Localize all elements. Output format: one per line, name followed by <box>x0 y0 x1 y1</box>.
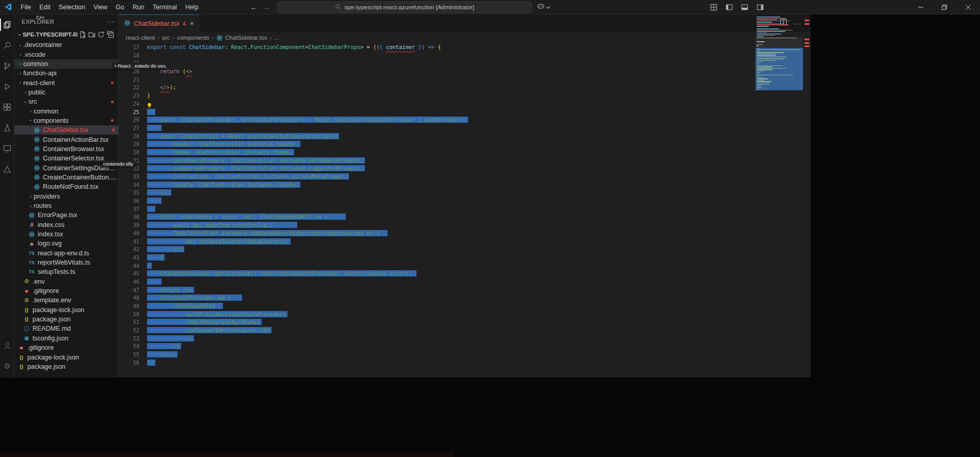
customize-layout-icon[interactable] <box>708 2 719 13</box>
close-button[interactable] <box>956 0 980 14</box>
code-line[interactable]: 17export const ChatSidebar: React.Functi… <box>119 43 753 52</box>
menu-run[interactable]: Run <box>128 0 149 14</box>
code-line[interactable]: 50············authProvider={chatAuthProv… <box>119 311 753 319</box>
activitybar-accounts-icon[interactable] <box>0 335 14 356</box>
tree-file--gitignore[interactable]: ◆.gitignore <box>14 343 118 352</box>
tree-folder-providers[interactable]: ›providers <box>14 192 118 201</box>
tree-file-package-json[interactable]: {}package.json <box>14 315 118 324</box>
code-line[interactable]: 23} <box>119 92 753 100</box>
tree-file-containerbrowser-tsx[interactable]: ContainerBrowser.tsx <box>14 144 118 154</box>
tree-folder-routes[interactable]: ›routes <box>14 201 118 210</box>
code-line[interactable]: 29········header: ChatController.instanc… <box>119 140 753 149</box>
minimap[interactable] <box>756 14 803 350</box>
tree-file-logo-svg[interactable]: ◈logo.svg <box>14 239 118 248</box>
code-line[interactable]: 28····const [chatConfig] = React.useStat… <box>119 133 753 141</box>
breadcrumb-item[interactable]: ChatSidebar.tsx <box>216 35 267 41</box>
tree-folder-common[interactable]: ›common <box>14 59 118 69</box>
tree-file-package-lock-json[interactable]: {}package-lock.json <box>14 352 118 362</box>
code-line[interactable]: 53············/> <box>119 335 753 343</box>
overview-ruler[interactable] <box>803 14 811 378</box>
toggle-panel-icon[interactable] <box>739 2 750 13</box>
tree-file-react-app-env-d-ts[interactable]: TSreact-app-env.d.ts <box>14 249 118 258</box>
tree-folder-public[interactable]: ›public <box>14 88 118 97</box>
code-line[interactable]: 37·· <box>119 205 753 214</box>
tab-chatsidebar[interactable]: ChatSidebar.tsx 4 × <box>119 14 199 32</box>
code-line[interactable]: 46···· <box>119 278 753 286</box>
close-icon[interactable]: × <box>190 20 194 27</box>
back-arrow-icon[interactable]: ← <box>250 3 258 11</box>
menu-view[interactable]: View <box>89 0 111 14</box>
code-line[interactable]: 36···· <box>119 197 753 205</box>
new-folder-icon[interactable] <box>87 30 97 39</box>
menu-file[interactable]: File <box>17 0 35 14</box>
code-line[interactable]: 52············containerId={container.id} <box>119 327 753 335</box>
more-actions-icon[interactable]: ··· <box>106 18 114 25</box>
breadcrumb-item[interactable]: src <box>162 35 170 41</box>
code-line[interactable]: 40········ChatController.instance.addDat… <box>119 230 753 238</box>
menu-selection[interactable]: Selection <box>55 0 89 14</box>
tree-folder--vscode[interactable]: ›.vscode <box>14 50 118 59</box>
code-line[interactable]: 30········theme: ChatController.instance… <box>119 149 753 157</box>
tree-file-routenotfound-tsx[interactable]: RouteNotFound.tsx <box>14 182 118 191</box>
tree-folder-function-api[interactable]: ›function-api <box>14 69 118 78</box>
toggle-sidebar-icon[interactable] <box>724 2 735 13</box>
workspace-section-header[interactable]: › SPE-TYPESCRIPT-REAC... <box>14 29 118 40</box>
tree-file-tsconfig-json[interactable]: ▣tsconfig.json <box>14 334 118 343</box>
activitybar-settings-icon[interactable]: ⚙ <box>0 356 14 377</box>
code-line[interactable]: 41············api.setDataSources(dataSou… <box>119 238 753 246</box>
copilot-menu[interactable] <box>537 2 551 12</box>
tree-file--template-env[interactable]: ⚙.template.env <box>14 296 118 305</box>
minimap-viewport[interactable] <box>756 38 803 90</box>
activitybar-extensions-icon[interactable] <box>0 97 14 118</box>
code-line[interactable]: 26····const [chatAuthProvider, setChatAu… <box>119 116 753 124</box>
tree-file-package-lock-json[interactable]: {}package-lock.json <box>14 305 118 315</box>
code-line[interactable]: 48····{chatAuthProvider && ( <box>119 294 753 302</box>
activitybar-search-icon[interactable] <box>0 35 14 56</box>
code-line[interactable]: 34········locale: ChatController.instanc… <box>119 181 753 189</box>
code-line[interactable]: 54········)} <box>119 342 753 351</box>
code-line[interactable]: 35····}); <box>119 189 753 197</box>
activitybar-explorer-icon[interactable] <box>0 14 14 35</box>
menu-go[interactable]: Go <box>111 0 128 14</box>
code-line[interactable]: 45····ChatAuthProvider.getInstance().the… <box>119 270 753 278</box>
code-line[interactable]: 24 <box>119 100 753 108</box>
tree-folder--devcontainer[interactable]: ›.devcontainer <box>14 40 118 50</box>
tree-file--gitignore[interactable]: ◆.gitignore <box>14 286 118 296</box>
code-line[interactable]: 33········instruction: ChatController.in… <box>119 173 753 181</box>
toggle-secondary-sidebar-icon[interactable] <box>754 2 766 13</box>
code-area[interactable]: 17export const ChatSidebar: React.Functi… <box>119 43 753 367</box>
tree-folder-src[interactable]: ›src <box>14 97 118 106</box>
refresh-icon[interactable] <box>97 30 106 39</box>
collapse-all-icon[interactable] <box>106 30 115 39</box>
activitybar-source-control-icon[interactable] <box>0 56 14 76</box>
code-line[interactable]: 43····} <box>119 254 753 262</box>
tree-folder-components[interactable]: ›components <box>14 116 118 125</box>
code-line[interactable]: 55····</>); <box>119 351 753 359</box>
code-line[interactable]: 19 <box>119 59 753 68</box>
tree-file--env[interactable]: ⚙.env <box>14 277 118 286</box>
breadcrumb-item[interactable]: components <box>177 35 210 41</box>
forward-arrow-icon[interactable]: → <box>263 3 270 11</box>
activitybar-remote-icon[interactable] <box>0 138 14 159</box>
code-line[interactable]: 21 <box>119 76 753 84</box>
tree-file-index-tsx[interactable]: index.tsx <box>14 230 118 239</box>
tree-folder-react-client[interactable]: ›react-client <box>14 78 118 87</box>
new-file-icon[interactable] <box>78 30 87 39</box>
code-line[interactable]: 38····const onApiReady = async (api: Cha… <box>119 213 753 221</box>
code-line[interactable]: 39········await api.openChat(chatConfig)… <box>119 221 753 230</box>
code-line[interactable]: 22 </>); <box>119 84 753 92</box>
breadcrumb-item[interactable]: ... <box>274 35 279 41</box>
tree-file-package-json[interactable]: {}package.json <box>14 362 118 371</box>
code-line[interactable]: 20 return (<> <box>119 68 753 76</box>
tree-folder-common[interactable]: ›common <box>14 106 118 116</box>
activitybar-testing-icon[interactable] <box>0 118 14 138</box>
tree-file-setuptests-ts[interactable]: TSsetupTests.ts <box>14 267 118 276</box>
tree-file-createcontainerbutton-tsx[interactable]: CreateContainerButton.tsx <box>14 173 118 182</box>
activitybar-azure-icon[interactable] <box>0 159 14 179</box>
tree-file-errorpage-tsx[interactable]: ErrorPage.tsx <box>14 210 118 220</box>
tree-file-index-css[interactable]: #index.css <box>14 220 118 230</box>
code-line[interactable]: 47····return (<> <box>119 286 753 295</box>
code-line[interactable]: 18 <box>119 52 753 60</box>
tree-file-reportwebvitals-ts[interactable]: TSreportWebVitals.ts <box>14 258 118 267</box>
code-line[interactable]: 32········suggestedPrompts: ChatControll… <box>119 165 753 173</box>
